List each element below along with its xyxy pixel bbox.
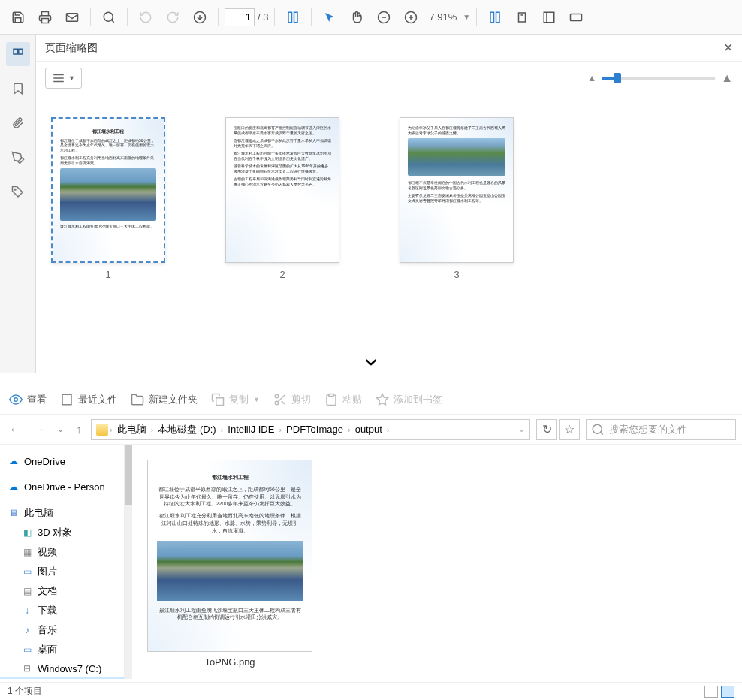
tree-local-d[interactable]: ⊟本地磁盘 (D:) (0, 677, 124, 679)
zoom-dropdown-icon[interactable]: ▼ (463, 13, 470, 21)
tree-desktop[interactable]: ▭桌面 (0, 640, 124, 659)
explorer-toolbar: 查看 最近文件 新建文件夹 复制▼ 剪切 粘贴 添加到书签 (0, 385, 742, 415)
favorite-button[interactable]: ☆ (559, 419, 580, 440)
redo-button[interactable] (161, 5, 185, 29)
thumbnail-2[interactable]: 宝瓶口的宽度和底高都有严格控制能自动调节进入灌区的水量使成都平原不受水害形成沃野… (225, 117, 339, 350)
bookmark-tab[interactable] (6, 77, 30, 101)
back-button[interactable]: ← (6, 420, 24, 439)
save-button[interactable] (6, 5, 30, 29)
email-button[interactable] (60, 5, 84, 29)
view-options-button[interactable]: ▼ (45, 68, 82, 89)
signature-tab[interactable] (6, 146, 30, 170)
thumbnails-tab[interactable] (6, 42, 30, 66)
undo-button[interactable] (134, 5, 158, 29)
file-name: ToPNG.png (147, 656, 312, 668)
recent-button[interactable]: 最近文件 (60, 393, 117, 406)
details-view-button[interactable] (704, 686, 718, 698)
thumbnail-size-slider[interactable] (602, 77, 715, 80)
search-input[interactable]: 搜索您想要的文件 (586, 419, 736, 440)
svg-point-32 (275, 394, 279, 398)
thumbnail-1[interactable]: 都江堰水利工程 都江堰位于成都平原西部的岷江之上，距成都约56公里，是全世界迄今… (51, 117, 165, 350)
view-button[interactable]: 查看 (9, 393, 47, 406)
rotate-button[interactable] (510, 5, 534, 29)
panel-title: 页面缩略图 (45, 41, 98, 55)
svg-rect-24 (18, 49, 22, 54)
svg-rect-15 (519, 13, 526, 22)
breadcrumb[interactable]: 此电脑 (114, 423, 149, 436)
svg-point-25 (14, 189, 16, 191)
svg-rect-13 (490, 12, 494, 23)
download-button[interactable] (188, 5, 212, 29)
zoom-out-button[interactable] (372, 5, 396, 29)
breadcrumb[interactable]: output (352, 424, 385, 435)
zoom-in-button[interactable] (399, 5, 423, 29)
hand-tool[interactable] (345, 5, 369, 29)
thumbnail-3[interactable]: 为纪念李冰父子后人在都江堰旁修建了二王庙古代西蜀人民为表达对李冰父子的感恩之情。… (400, 117, 514, 350)
zoom-large-icon: ▲ (721, 71, 733, 85)
icons-view-button[interactable] (721, 686, 734, 698)
svg-rect-0 (42, 18, 49, 23)
zoom-level[interactable]: 7.91% (426, 11, 460, 23)
print-button[interactable] (33, 5, 57, 29)
thumb-number: 3 (454, 269, 459, 280)
svg-point-2 (104, 12, 113, 21)
svg-rect-7 (294, 12, 298, 23)
file-item[interactable]: 都江堰水利工程 都江堰位于成都平原西部的岷江之上，距成都约56公里，是全世界迄今… (147, 460, 312, 668)
svg-marker-37 (376, 394, 388, 404)
tree-onedrive[interactable]: ☁OneDrive (0, 452, 124, 470)
cut-button[interactable]: 剪切 (273, 393, 311, 406)
tree-this-pc[interactable]: 🖥此电脑 (0, 503, 124, 523)
thumb-number: 1 (105, 269, 110, 280)
svg-rect-23 (14, 49, 17, 54)
refresh-button[interactable]: ↻ (536, 419, 557, 440)
select-tool[interactable] (318, 5, 342, 29)
close-panel-button[interactable]: ✕ (723, 41, 733, 55)
svg-rect-30 (62, 394, 71, 405)
fit-page-button[interactable] (483, 5, 507, 29)
recent-dropdown[interactable]: ⌄ (54, 421, 67, 437)
page-number-input[interactable] (225, 8, 255, 26)
zoom-small-icon: ▲ (587, 73, 596, 83)
keyboard-button[interactable] (564, 5, 588, 29)
new-folder-button[interactable]: 新建文件夹 (131, 393, 198, 406)
tree-windows7-c[interactable]: ⊟Windows7 (C:) (0, 659, 124, 677)
folder-tree: ☁OneDrive ☁OneDrive - Person 🖥此电脑 ◧3D 对象… (0, 445, 125, 679)
svg-rect-31 (216, 397, 224, 405)
svg-line-39 (600, 432, 602, 434)
page-total: / 3 (258, 11, 268, 23)
svg-point-29 (14, 397, 18, 401)
paste-button[interactable]: 粘贴 (324, 393, 362, 406)
tree-scrollbar[interactable] (125, 445, 132, 679)
chevron-down-icon (364, 342, 378, 376)
copy-button[interactable]: 复制▼ (211, 393, 260, 406)
tree-pictures[interactable]: ▭图片 (0, 562, 124, 581)
forward-button[interactable]: → (30, 420, 48, 439)
attachment-tab[interactable] (6, 111, 30, 135)
up-button[interactable]: ↑ (73, 420, 85, 439)
status-bar: 1 个项目 (0, 682, 742, 700)
svg-rect-18 (571, 14, 582, 20)
tree-music[interactable]: ♪音乐 (0, 620, 124, 640)
pdf-toolbar: / 3 7.91% ▼ (0, 0, 742, 35)
address-bar[interactable]: › 此电脑› 本地磁盘 (D:)› IntelliJ IDE› PDFToIma… (91, 419, 530, 440)
tree-onedrive-personal[interactable]: ☁OneDrive - Person (0, 478, 124, 496)
breadcrumb[interactable]: IntelliJ IDE (225, 424, 277, 435)
fit-width-button[interactable] (281, 5, 305, 29)
svg-point-33 (275, 401, 279, 405)
bookmark-button[interactable]: 添加到书签 (376, 393, 442, 406)
folder-icon (96, 424, 108, 436)
tag-tab[interactable] (6, 180, 30, 204)
breadcrumb[interactable]: PDFToImage (283, 424, 346, 435)
search-button[interactable] (97, 5, 121, 29)
tree-documents[interactable]: ▤文档 (0, 581, 124, 601)
thumb-number: 2 (279, 269, 285, 280)
tree-videos[interactable]: ▦视频 (0, 542, 124, 562)
tree-downloads[interactable]: ↓下载 (0, 601, 124, 620)
fullscreen-button[interactable] (537, 5, 561, 29)
pdf-sidebar (0, 35, 36, 373)
breadcrumb[interactable]: 本地磁盘 (D:) (155, 423, 219, 436)
svg-rect-36 (329, 394, 333, 396)
svg-rect-16 (544, 12, 555, 23)
svg-rect-1 (67, 13, 78, 21)
tree-3d-objects[interactable]: ◧3D 对象 (0, 523, 124, 542)
